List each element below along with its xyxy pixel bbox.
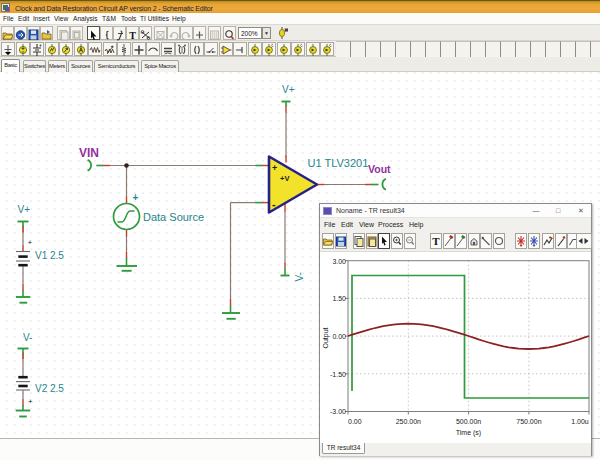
svg-text:1.50: 1.50 xyxy=(332,295,346,302)
svg-text:T: T xyxy=(129,30,136,41)
svg-text:+: + xyxy=(272,163,277,173)
svg-text:750.00n: 750.00n xyxy=(516,418,541,425)
svg-text:+: + xyxy=(28,397,33,406)
svg-text:-1.50: -1.50 xyxy=(330,371,346,378)
svg-text:Data Source: Data Source xyxy=(143,211,204,223)
svg-text:500.00n: 500.00n xyxy=(456,418,481,425)
svg-text:V-: V- xyxy=(23,332,32,343)
svg-text:V+: V+ xyxy=(282,84,295,95)
svg-text:+: + xyxy=(133,192,139,203)
svg-text:V1 2.5: V1 2.5 xyxy=(35,250,64,261)
svg-text:Time (s): Time (s) xyxy=(456,429,481,437)
svg-text:0.00: 0.00 xyxy=(348,418,362,425)
svg-text:-: - xyxy=(272,198,276,210)
svg-text:VIN: VIN xyxy=(79,146,99,160)
svg-text:V2 2.5: V2 2.5 xyxy=(35,383,64,394)
svg-text:+V: +V xyxy=(280,174,289,183)
svg-text:Output: Output xyxy=(322,327,330,348)
svg-text:-3.00: -3.00 xyxy=(330,408,346,415)
svg-text:+: + xyxy=(28,238,33,247)
svg-text:0.00: 0.00 xyxy=(332,333,346,340)
svg-text:U1 TLV3201: U1 TLV3201 xyxy=(308,157,369,169)
svg-text:T: T xyxy=(432,235,440,247)
svg-text:V+: V+ xyxy=(18,204,31,215)
svg-text:V-: V- xyxy=(294,272,305,281)
svg-text:Vout: Vout xyxy=(368,163,391,175)
svg-text:1.00u: 1.00u xyxy=(571,418,589,425)
svg-text:250.00n: 250.00n xyxy=(396,418,421,425)
svg-text:3.00: 3.00 xyxy=(332,258,346,265)
